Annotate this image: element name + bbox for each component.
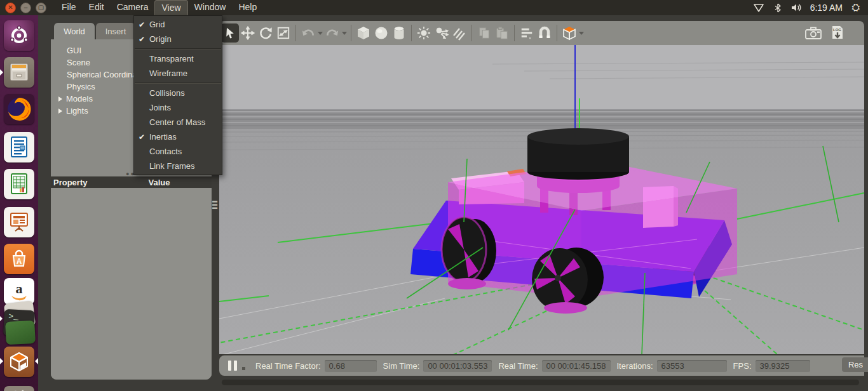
launcher-item-libreoffice-impress[interactable]: [4, 207, 34, 237]
real-time-factor-value: 0.68: [325, 360, 377, 372]
launcher-item-trash[interactable]: [4, 386, 34, 391]
menu-item-inertias[interactable]: ✔Inertias: [134, 129, 222, 144]
insert-cylinder-button[interactable]: [390, 23, 408, 43]
menu-edit[interactable]: Edit: [83, 0, 111, 15]
launcher-item-firefox[interactable]: [4, 94, 34, 124]
fps-value: 39.9325: [756, 360, 810, 372]
directional-light-button[interactable]: [451, 23, 468, 43]
menu-camera[interactable]: Camera: [111, 0, 155, 15]
menu-item-label: Collisions: [149, 88, 185, 98]
translate-tool-button[interactable]: [239, 23, 257, 43]
toolbar-separator: [351, 25, 351, 41]
sim-time-value: 00 00:01:03.553: [423, 360, 492, 372]
menu-item-label: Inertias: [149, 132, 177, 142]
screenshot-button[interactable]: [804, 23, 822, 43]
launcher-item-libreoffice-calc[interactable]: [4, 169, 34, 199]
view-angle-dropdown[interactable]: [578, 23, 585, 43]
expander-icon[interactable]: [58, 96, 62, 102]
menu-item-label: Wireframe: [149, 69, 187, 78]
tab-insert[interactable]: Insert: [96, 23, 135, 39]
property-list-area[interactable]: [51, 188, 212, 380]
redo-history-dropdown[interactable]: [341, 23, 348, 43]
field-label: Sim Time:: [383, 361, 420, 371]
session-gear-icon[interactable]: ⛭: [850, 3, 862, 13]
menu-item-label: Contacts: [149, 147, 182, 156]
step-button[interactable]: [242, 367, 245, 370]
clock[interactable]: 6:19 AM: [810, 3, 843, 13]
window-controls: ✕ – ▢: [5, 3, 46, 13]
menu-item-contacts[interactable]: Contacts: [134, 144, 222, 159]
launcher-item-ubuntu-software[interactable]: A: [4, 244, 34, 274]
menu-item-wireframe[interactable]: Wireframe: [134, 66, 222, 81]
menu-separator: [135, 83, 221, 84]
maximize-button[interactable]: ▢: [36, 3, 46, 13]
bluetooth-icon[interactable]: [772, 3, 783, 13]
launcher-item-dash-home[interactable]: [4, 20, 34, 51]
insert-box-button[interactable]: [355, 23, 372, 43]
menu-help[interactable]: Help: [232, 0, 263, 15]
menu-item-joints[interactable]: Joints: [134, 100, 222, 115]
menu-window[interactable]: Window: [188, 0, 233, 15]
menu-item-transparent[interactable]: Transparent: [134, 51, 222, 66]
menu-item-label: Center of Mass: [149, 117, 205, 127]
svg-text:a: a: [16, 281, 23, 296]
snap-magnet-button[interactable]: [536, 23, 553, 43]
real-time-field: Real Time: 00 00:01:45.158: [498, 360, 610, 372]
toolbar-separator: [295, 25, 296, 41]
check-icon: ✔: [134, 20, 149, 29]
lidar-cylinder: [527, 128, 629, 180]
menubar: File Edit Camera View Window Help: [55, 0, 263, 15]
system-tray: 6:19 AM ⛭: [753, 3, 862, 13]
tree-item-label: Models: [66, 94, 93, 103]
rotate-tool-button[interactable]: [257, 23, 275, 43]
volume-icon[interactable]: [791, 3, 803, 13]
panel-resize-handle[interactable]: ▬▬▬: [212, 199, 219, 211]
undo-button[interactable]: [299, 23, 317, 43]
launcher-item-files[interactable]: [4, 57, 34, 88]
menu-item-collisions[interactable]: Collisions: [134, 86, 222, 100]
view-angle-button[interactable]: [560, 23, 578, 43]
launcher-item-app-stack[interactable]: >_: [3, 302, 36, 344]
render-3d-view[interactable]: [219, 45, 864, 354]
menu-item-center-of-mass[interactable]: Center of Mass: [134, 115, 222, 129]
menu-item-label: Transparent: [149, 54, 194, 63]
menu-item-grid[interactable]: ✔Grid: [134, 17, 222, 32]
menu-item-origin[interactable]: ✔Origin: [134, 32, 222, 46]
copy-button[interactable]: [475, 23, 493, 43]
gazebo-toolbar: LOG: [219, 21, 864, 46]
undo-history-dropdown[interactable]: [317, 23, 323, 43]
property-table-header: Property Value: [51, 176, 212, 188]
timeline-strip: [219, 377, 864, 387]
field-label: Real Time Factor:: [255, 361, 321, 371]
stacked-app-tile: [5, 321, 36, 345]
value-column-label: Value: [148, 178, 170, 187]
menu-file[interactable]: File: [55, 0, 83, 15]
select-tool-button[interactable]: [221, 23, 239, 43]
scene-canvas: [219, 45, 864, 354]
horizontal-scrollbar[interactable]: [222, 380, 859, 385]
pause-button[interactable]: [224, 359, 241, 373]
menu-view[interactable]: View: [154, 0, 187, 15]
tree-item-label: GUI: [67, 46, 81, 55]
point-light-button[interactable]: [415, 23, 433, 43]
paste-button[interactable]: [493, 23, 511, 43]
log-record-button[interactable]: LOG: [829, 23, 846, 43]
minimize-button[interactable]: –: [20, 3, 31, 13]
launcher-item-gazebo[interactable]: [4, 347, 34, 377]
iterations-field: Iterations: 63553: [617, 360, 727, 372]
expander-icon[interactable]: [58, 109, 62, 114]
simulation-status-bar: Real Time Factor: 0.68 Sim Time: 00 00:0…: [219, 355, 864, 376]
align-button[interactable]: [518, 23, 536, 43]
wifi-icon[interactable]: [753, 3, 764, 13]
close-button[interactable]: ✕: [5, 3, 16, 13]
menu-item-link-frames[interactable]: Link Frames: [134, 159, 222, 173]
scale-tool-button[interactable]: [275, 23, 292, 43]
launcher-item-libreoffice-writer[interactable]: [4, 132, 34, 162]
redo-button[interactable]: [323, 23, 341, 43]
toolbar-separator: [557, 25, 557, 41]
menu-item-label: Link Frames: [149, 161, 195, 171]
tab-world[interactable]: World: [54, 23, 95, 39]
insert-sphere-button[interactable]: [372, 23, 390, 43]
spot-light-button[interactable]: [433, 23, 451, 43]
reset-button[interactable]: Res: [842, 357, 868, 372]
